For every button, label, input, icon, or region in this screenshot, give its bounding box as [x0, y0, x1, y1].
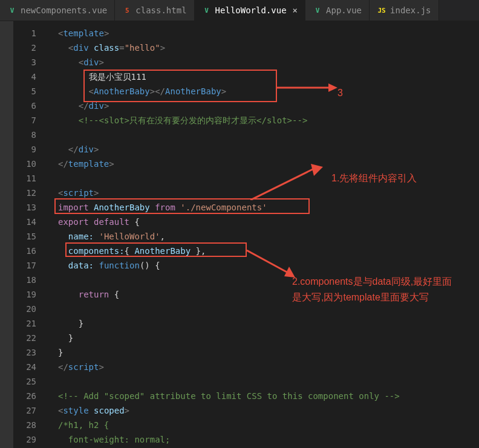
- tab-index-js[interactable]: JS index.js: [370, 0, 438, 21]
- line-number: 14: [13, 215, 47, 229]
- code-line: <template>: [47, 26, 479, 41]
- line-number: 20: [13, 302, 47, 316]
- code-line: <div class="hello">: [47, 41, 479, 55]
- activity-item[interactable]: [0, 70, 13, 94]
- code-line: }: [47, 316, 479, 331]
- vue-icon: V: [7, 5, 17, 15]
- line-number: 23: [13, 345, 47, 360]
- line-number: 13: [13, 200, 47, 215]
- code-line: [47, 302, 479, 316]
- code-line: <script>: [47, 186, 479, 200]
- line-number: 27: [13, 403, 47, 418]
- line-number: 25: [13, 374, 47, 389]
- line-number: 29: [13, 432, 47, 447]
- tab-class-html[interactable]: 5 class.html: [115, 0, 194, 21]
- line-number: 21: [13, 316, 47, 331]
- code-line: <!--<slot>只有在没有要分发的内容时才显示</slot>-->: [47, 113, 479, 128]
- tab-label: HelloWorld.vue: [215, 5, 287, 15]
- line-number: 6: [13, 99, 47, 113]
- code-line: [47, 273, 479, 287]
- minimap[interactable]: [472, 21, 479, 448]
- code-line: }: [47, 345, 479, 360]
- activity-bar: [0, 21, 13, 448]
- code-line: [47, 374, 479, 389]
- line-number: 18: [13, 273, 47, 287]
- line-number: 12: [13, 186, 47, 200]
- tab-label: class.html: [135, 5, 186, 15]
- line-number: 10: [13, 157, 47, 171]
- line-number: 26: [13, 389, 47, 403]
- code-line: return {: [47, 287, 479, 302]
- tab-newcomponents[interactable]: V newComponents.vue: [0, 0, 115, 21]
- line-gutter: 1 2 3 4 5 6 7 8 9 10 11 12 13 14 15 16 1…: [13, 21, 47, 448]
- tab-helloworld[interactable]: V HelloWorld.vue ×: [195, 0, 305, 21]
- code-line: export default {: [47, 215, 479, 229]
- code-line: data: function() {: [47, 258, 479, 273]
- js-icon: JS: [377, 5, 386, 15]
- code-line: import AnotherBaby from './newComponents…: [47, 200, 479, 215]
- code-area[interactable]: <template> <div class="hello"> <div> 我是小…: [47, 21, 479, 448]
- tab-label: App.vue: [326, 5, 362, 15]
- activity-item[interactable]: [0, 45, 13, 70]
- code-line: </div>: [47, 142, 479, 157]
- line-number: 4: [13, 70, 47, 84]
- code-line: font-weight: normal;: [47, 432, 479, 447]
- line-number: 22: [13, 331, 47, 345]
- code-line: components:{ AnotherBaby },: [47, 244, 479, 258]
- code-line: <!-- Add "scoped" attribute to limit CSS…: [47, 389, 479, 403]
- line-number: 5: [13, 84, 47, 99]
- tab-app-vue[interactable]: V App.vue: [305, 0, 370, 21]
- line-number: 16: [13, 244, 47, 258]
- code-line: </div>: [47, 99, 479, 113]
- line-number: 11: [13, 171, 47, 186]
- code-line: [47, 128, 479, 142]
- code-line: <AnotherBaby></AnotherBaby>: [47, 84, 479, 99]
- editor-tabs: V newComponents.vue 5 class.html V Hello…: [0, 0, 479, 21]
- line-number: 2: [13, 41, 47, 55]
- code-line: /*h1, h2 {: [47, 418, 479, 432]
- code-line: </script>: [47, 360, 479, 374]
- activity-item[interactable]: [0, 21, 13, 45]
- line-number: 15: [13, 229, 47, 244]
- line-number: 17: [13, 258, 47, 273]
- code-line: [47, 171, 479, 186]
- code-line: <div>: [47, 55, 479, 70]
- activity-item[interactable]: [0, 94, 13, 118]
- line-number: 28: [13, 418, 47, 432]
- code-line: </template>: [47, 157, 479, 171]
- editor-body: 1 2 3 4 5 6 7 8 9 10 11 12 13 14 15 16 1…: [0, 21, 479, 448]
- line-number: 24: [13, 360, 47, 374]
- line-number: 3: [13, 55, 47, 70]
- code-line: <style scoped>: [47, 403, 479, 418]
- line-number: 9: [13, 142, 47, 157]
- tab-label: newComponents.vue: [21, 5, 107, 15]
- line-number: 1: [13, 26, 47, 41]
- line-number: 8: [13, 128, 47, 142]
- line-number: 7: [13, 113, 47, 128]
- code-line: name: 'HelloWorld',: [47, 229, 479, 244]
- html-icon: 5: [122, 5, 132, 15]
- code-line: 我是小宝贝111: [47, 70, 479, 84]
- vue-icon: V: [313, 5, 322, 15]
- code-line: }: [47, 331, 479, 345]
- vue-icon: V: [202, 5, 212, 15]
- close-icon[interactable]: ×: [293, 5, 298, 15]
- tab-label: index.js: [390, 5, 431, 15]
- line-number: 19: [13, 287, 47, 302]
